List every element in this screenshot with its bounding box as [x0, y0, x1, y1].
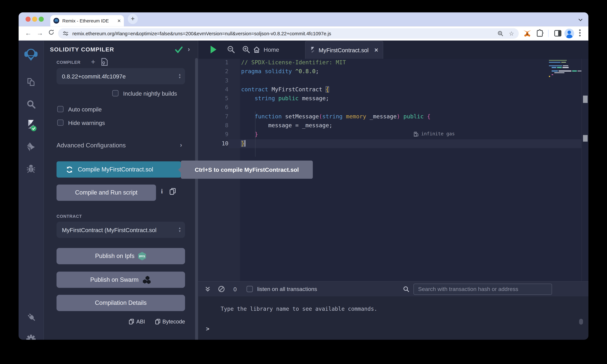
- browser-tab-bar: Remix - Ethereum IDE × +: [19, 12, 589, 26]
- close-file-tab-icon[interactable]: ×: [374, 46, 378, 54]
- remix-logo[interactable]: [19, 46, 43, 63]
- side-panel-icon[interactable]: [554, 29, 563, 38]
- publish-ipfs-button[interactable]: Publish on Ipfs IPFS: [57, 248, 185, 264]
- copy-bytecode-button[interactable]: Bytecode: [155, 318, 185, 325]
- file-tab-label: MyFirstContract.sol: [318, 47, 371, 53]
- collapse-terminal-icon[interactable]: [205, 286, 210, 292]
- tab-home[interactable]: Home: [253, 40, 279, 59]
- compile-success-check-icon: [174, 46, 183, 54]
- solidity-compiler-icon[interactable]: [19, 117, 43, 134]
- toolbar-separator: [548, 30, 548, 37]
- license-doc-icon[interactable]: [101, 58, 108, 66]
- contract-label: CONTRACT: [57, 214, 82, 219]
- terminal-search-input[interactable]: [413, 283, 552, 295]
- new-tab-button[interactable]: +: [128, 14, 138, 24]
- code-line: 8 message = _message;: [198, 121, 581, 130]
- code-lines: 1// SPDX-License-Identifier: MIT2pragma …: [198, 59, 581, 148]
- deploy-run-icon[interactable]: [19, 139, 43, 156]
- close-window-button[interactable]: [26, 17, 30, 21]
- refresh-icon: [66, 166, 73, 173]
- code-line: 10}: [198, 139, 581, 148]
- compiler-label: COMPILER: [57, 60, 81, 65]
- minimap[interactable]: [549, 60, 581, 106]
- minimap-slider[interactable]: [583, 135, 588, 142]
- editor-column: Home MyFirstContract.sol × 1// SPDX-Lice…: [198, 40, 588, 340]
- compilation-details-button[interactable]: Compilation Details: [57, 295, 185, 311]
- advanced-chevron-icon[interactable]: ›: [180, 142, 182, 149]
- auto-compile-label: Auto compile: [68, 106, 102, 113]
- browser-tab[interactable]: Remix - Ethereum IDE ×: [50, 15, 124, 26]
- back-button[interactable]: ←: [24, 29, 33, 38]
- profile-avatar[interactable]: [565, 29, 574, 39]
- publish-swarm-button[interactable]: Publish on Swarm: [57, 272, 185, 288]
- screen: Remix - Ethereum IDE × + ← → remix.ether…: [0, 0, 607, 364]
- extensions-puzzle-icon[interactable]: [536, 29, 545, 38]
- minimize-window-button[interactable]: [32, 17, 37, 21]
- editor-scrollbar-thumb[interactable]: [583, 96, 588, 103]
- home-icon: [253, 47, 260, 53]
- info-icon[interactable]: i: [161, 188, 163, 195]
- listen-transactions-label[interactable]: listen on all transactions: [257, 286, 317, 292]
- zoom-out-icon[interactable]: [227, 45, 235, 54]
- panel-scrollbar[interactable]: [195, 58, 198, 340]
- panel-chevron-icon[interactable]: ›: [188, 46, 190, 53]
- tune-icon: [63, 30, 68, 36]
- compiler-version-select[interactable]: 0.8.22+commit.4fc1097e ▲▼: [57, 68, 185, 84]
- metamask-fox-icon[interactable]: [523, 29, 532, 38]
- clear-console-icon[interactable]: [218, 286, 225, 292]
- bookmark-star-icon[interactable]: ☆: [509, 30, 514, 37]
- terminal-prompt: >: [206, 325, 210, 332]
- maximize-window-button[interactable]: [39, 17, 43, 21]
- solidity-compiler-panel: SOLIDITY COMPILER › COMPILER + 0.8.22+co…: [43, 40, 198, 340]
- add-compiler-icon[interactable]: +: [91, 58, 95, 66]
- settings-gear-icon[interactable]: [19, 331, 43, 340]
- zoom-page-icon[interactable]: [497, 30, 503, 37]
- code-line: 4contract MyFirstContract {: [198, 85, 581, 94]
- tab-myfirstcontract[interactable]: MyFirstContract.sol ×: [305, 41, 383, 59]
- nightly-builds-checkbox[interactable]: [112, 90, 119, 96]
- tab-search-chevron-icon[interactable]: [579, 17, 582, 20]
- hide-warnings-checkbox[interactable]: [57, 119, 64, 126]
- file-explorer-icon[interactable]: [19, 74, 43, 91]
- svg-text:IPFS: IPFS: [139, 255, 145, 258]
- debugger-icon[interactable]: [19, 160, 43, 177]
- terminal-scrollbar[interactable]: [579, 319, 583, 325]
- plugin-manager-icon[interactable]: [19, 309, 43, 326]
- copy-icon[interactable]: [170, 188, 176, 195]
- abi-label: ABI: [136, 318, 145, 325]
- select-stepper-icon: ▲▼: [178, 73, 181, 79]
- auto-compile-checkbox[interactable]: [57, 106, 64, 112]
- browser-toolbar: ← → remix.ethereum.org/#lang=en&optimize…: [19, 26, 589, 41]
- run-script-play-button[interactable]: [211, 46, 216, 53]
- panel-title: SOLIDITY COMPILER: [50, 46, 114, 52]
- search-icon[interactable]: [19, 96, 43, 113]
- compile-button[interactable]: Compile MyFirstContract.sol: [57, 161, 181, 178]
- reload-button[interactable]: [48, 29, 57, 38]
- browser-menu-icon[interactable]: [579, 29, 581, 38]
- bytecode-label: Bytecode: [162, 318, 185, 325]
- forward-button[interactable]: →: [36, 29, 44, 38]
- tab-title: Remix - Ethereum IDE: [62, 18, 116, 23]
- url-bar[interactable]: remix.ethereum.org/#lang=en&optimize=fal…: [58, 28, 519, 39]
- code-line: 9 }: [198, 130, 581, 139]
- transaction-count: 0: [233, 286, 237, 292]
- gas-pump-icon: [413, 131, 419, 136]
- compile-and-run-button[interactable]: Compile and Run script: [57, 184, 156, 201]
- code-line: 3: [198, 76, 581, 85]
- indent-guide: [255, 111, 255, 157]
- zoom-in-icon[interactable]: [242, 45, 251, 54]
- remix-favicon: [53, 18, 59, 24]
- compilation-details-label: Compilation Details: [95, 299, 147, 306]
- advanced-configurations[interactable]: Advanced Configurations: [57, 142, 126, 149]
- tab-close-icon[interactable]: ×: [118, 18, 121, 24]
- terminal-search-icon: [403, 286, 409, 292]
- listen-transactions-checkbox[interactable]: [247, 286, 253, 292]
- browser-window: Remix - Ethereum IDE × + ← → remix.ether…: [19, 12, 589, 340]
- publish-swarm-label: Publish on Swarm: [90, 276, 139, 283]
- remix-app: SOLIDITY COMPILER › COMPILER + 0.8.22+co…: [19, 40, 589, 340]
- copy-abi-button[interactable]: ABI: [129, 318, 145, 325]
- contract-select[interactable]: MyFirstContract (MyFirstContract.sol ▲▼: [57, 222, 185, 238]
- compiler-version-value: 0.8.22+commit.4fc1097e: [62, 73, 126, 79]
- code-line: 1// SPDX-License-Identifier: MIT: [198, 59, 581, 67]
- editor-right-divider: [581, 59, 582, 281]
